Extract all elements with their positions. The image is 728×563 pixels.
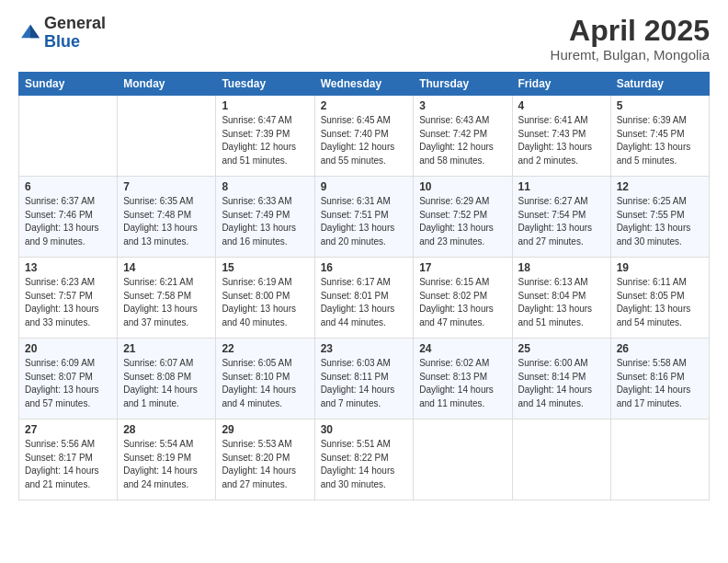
- col-saturday: Saturday: [610, 73, 709, 96]
- day-info: Sunrise: 6:33 AM Sunset: 7:49 PM Dayligh…: [222, 195, 308, 248]
- day-number: 19: [617, 261, 703, 274]
- day-number: 29: [222, 423, 308, 436]
- day-info: Sunrise: 6:27 AM Sunset: 7:54 PM Dayligh…: [518, 195, 605, 248]
- title-block: April 2025 Huremt, Bulgan, Mongolia: [551, 15, 710, 63]
- day-number: 11: [518, 180, 605, 193]
- table-row: [610, 419, 709, 500]
- day-number: 14: [123, 261, 210, 274]
- day-number: 18: [518, 261, 605, 274]
- day-number: 10: [419, 180, 506, 193]
- svg-marker-1: [30, 25, 40, 38]
- day-info: Sunrise: 5:56 AM Sunset: 8:17 PM Dayligh…: [25, 438, 111, 491]
- day-info: Sunrise: 6:29 AM Sunset: 7:52 PM Dayligh…: [419, 195, 506, 248]
- table-row: 9Sunrise: 6:31 AM Sunset: 7:51 PM Daylig…: [314, 177, 414, 258]
- day-number: 1: [222, 99, 308, 112]
- day-number: 25: [518, 342, 605, 355]
- table-row: 4Sunrise: 6:41 AM Sunset: 7:43 PM Daylig…: [512, 96, 610, 177]
- col-sunday: Sunday: [19, 73, 118, 96]
- table-row: 12Sunrise: 6:25 AM Sunset: 7:55 PM Dayli…: [610, 177, 709, 258]
- col-wednesday: Wednesday: [314, 73, 414, 96]
- logo-icon: [20, 21, 40, 41]
- table-row: 14Sunrise: 6:21 AM Sunset: 7:58 PM Dayli…: [118, 258, 216, 339]
- table-row: 6Sunrise: 6:37 AM Sunset: 7:46 PM Daylig…: [19, 177, 118, 258]
- day-info: Sunrise: 6:25 AM Sunset: 7:55 PM Dayligh…: [617, 195, 703, 248]
- table-row: 20Sunrise: 6:09 AM Sunset: 8:07 PM Dayli…: [19, 339, 118, 419]
- day-number: 13: [25, 261, 111, 274]
- table-row: 7Sunrise: 6:35 AM Sunset: 7:48 PM Daylig…: [118, 177, 216, 258]
- day-number: 23: [321, 342, 408, 355]
- day-info: Sunrise: 6:03 AM Sunset: 8:11 PM Dayligh…: [321, 357, 408, 410]
- day-info: Sunrise: 6:47 AM Sunset: 7:39 PM Dayligh…: [222, 114, 308, 167]
- day-info: Sunrise: 6:23 AM Sunset: 7:57 PM Dayligh…: [25, 276, 111, 329]
- day-info: Sunrise: 6:00 AM Sunset: 8:14 PM Dayligh…: [518, 357, 605, 410]
- day-number: 15: [222, 261, 308, 274]
- table-row: 27Sunrise: 5:56 AM Sunset: 8:17 PM Dayli…: [19, 419, 118, 500]
- table-row: 30Sunrise: 5:51 AM Sunset: 8:22 PM Dayli…: [314, 419, 414, 500]
- day-number: 20: [25, 342, 111, 355]
- table-row: 1Sunrise: 6:47 AM Sunset: 7:39 PM Daylig…: [216, 96, 314, 177]
- table-row: [118, 96, 216, 177]
- table-row: 21Sunrise: 6:07 AM Sunset: 8:08 PM Dayli…: [118, 339, 216, 419]
- day-info: Sunrise: 6:15 AM Sunset: 8:02 PM Dayligh…: [419, 276, 506, 329]
- calendar-week-row: 13Sunrise: 6:23 AM Sunset: 7:57 PM Dayli…: [19, 258, 710, 339]
- day-number: 12: [617, 180, 703, 193]
- table-row: [19, 96, 118, 177]
- day-info: Sunrise: 6:21 AM Sunset: 7:58 PM Dayligh…: [123, 276, 210, 329]
- calendar-header-row: Sunday Monday Tuesday Wednesday Thursday…: [19, 73, 710, 96]
- day-info: Sunrise: 6:11 AM Sunset: 8:05 PM Dayligh…: [617, 276, 703, 329]
- day-number: 8: [222, 180, 308, 193]
- table-row: 23Sunrise: 6:03 AM Sunset: 8:11 PM Dayli…: [314, 339, 414, 419]
- location: Huremt, Bulgan, Mongolia: [551, 47, 710, 63]
- day-info: Sunrise: 6:39 AM Sunset: 7:45 PM Dayligh…: [617, 114, 703, 167]
- table-row: 25Sunrise: 6:00 AM Sunset: 8:14 PM Dayli…: [512, 339, 610, 419]
- table-row: 18Sunrise: 6:13 AM Sunset: 8:04 PM Dayli…: [512, 258, 610, 339]
- day-number: 16: [321, 261, 408, 274]
- day-info: Sunrise: 5:51 AM Sunset: 8:22 PM Dayligh…: [321, 438, 408, 491]
- logo-general-text: General: [44, 14, 106, 32]
- day-info: Sunrise: 6:07 AM Sunset: 8:08 PM Dayligh…: [123, 357, 210, 410]
- day-number: 3: [419, 99, 506, 112]
- table-row: 2Sunrise: 6:45 AM Sunset: 7:40 PM Daylig…: [314, 96, 414, 177]
- day-number: 5: [617, 99, 703, 112]
- day-number: 24: [419, 342, 506, 355]
- calendar-week-row: 27Sunrise: 5:56 AM Sunset: 8:17 PM Dayli…: [19, 419, 710, 500]
- day-number: 28: [123, 423, 210, 436]
- col-tuesday: Tuesday: [216, 73, 314, 96]
- day-number: 9: [321, 180, 408, 193]
- page: General Blue April 2025 Huremt, Bulgan, …: [0, 0, 728, 563]
- day-number: 27: [25, 423, 111, 436]
- day-info: Sunrise: 6:17 AM Sunset: 8:01 PM Dayligh…: [321, 276, 408, 329]
- day-number: 7: [123, 180, 210, 193]
- table-row: 16Sunrise: 6:17 AM Sunset: 8:01 PM Dayli…: [314, 258, 414, 339]
- table-row: 17Sunrise: 6:15 AM Sunset: 8:02 PM Dayli…: [414, 258, 512, 339]
- table-row: [414, 419, 512, 500]
- month-title: April 2025: [551, 15, 710, 47]
- table-row: 10Sunrise: 6:29 AM Sunset: 7:52 PM Dayli…: [414, 177, 512, 258]
- day-info: Sunrise: 6:05 AM Sunset: 8:10 PM Dayligh…: [222, 357, 308, 410]
- day-number: 2: [321, 99, 408, 112]
- col-thursday: Thursday: [414, 73, 512, 96]
- day-info: Sunrise: 6:45 AM Sunset: 7:40 PM Dayligh…: [321, 114, 408, 167]
- day-info: Sunrise: 6:13 AM Sunset: 8:04 PM Dayligh…: [518, 276, 605, 329]
- table-row: 19Sunrise: 6:11 AM Sunset: 8:05 PM Dayli…: [610, 258, 709, 339]
- table-row: 8Sunrise: 6:33 AM Sunset: 7:49 PM Daylig…: [216, 177, 314, 258]
- col-monday: Monday: [118, 73, 216, 96]
- table-row: 28Sunrise: 5:54 AM Sunset: 8:19 PM Dayli…: [118, 419, 216, 500]
- day-number: 4: [518, 99, 605, 112]
- table-row: 13Sunrise: 6:23 AM Sunset: 7:57 PM Dayli…: [19, 258, 118, 339]
- day-info: Sunrise: 6:35 AM Sunset: 7:48 PM Dayligh…: [123, 195, 210, 248]
- day-info: Sunrise: 6:43 AM Sunset: 7:42 PM Dayligh…: [419, 114, 506, 167]
- day-info: Sunrise: 5:54 AM Sunset: 8:19 PM Dayligh…: [123, 438, 210, 491]
- day-info: Sunrise: 6:37 AM Sunset: 7:46 PM Dayligh…: [25, 195, 111, 248]
- table-row: 11Sunrise: 6:27 AM Sunset: 7:54 PM Dayli…: [512, 177, 610, 258]
- table-row: [512, 419, 610, 500]
- calendar-week-row: 20Sunrise: 6:09 AM Sunset: 8:07 PM Dayli…: [19, 339, 710, 419]
- day-info: Sunrise: 6:09 AM Sunset: 8:07 PM Dayligh…: [25, 357, 111, 410]
- table-row: 5Sunrise: 6:39 AM Sunset: 7:45 PM Daylig…: [610, 96, 709, 177]
- day-info: Sunrise: 5:58 AM Sunset: 8:16 PM Dayligh…: [617, 357, 703, 410]
- col-friday: Friday: [512, 73, 610, 96]
- day-info: Sunrise: 6:02 AM Sunset: 8:13 PM Dayligh…: [419, 357, 506, 410]
- day-info: Sunrise: 5:53 AM Sunset: 8:20 PM Dayligh…: [222, 438, 308, 491]
- table-row: 26Sunrise: 5:58 AM Sunset: 8:16 PM Dayli…: [610, 339, 709, 419]
- table-row: 29Sunrise: 5:53 AM Sunset: 8:20 PM Dayli…: [216, 419, 314, 500]
